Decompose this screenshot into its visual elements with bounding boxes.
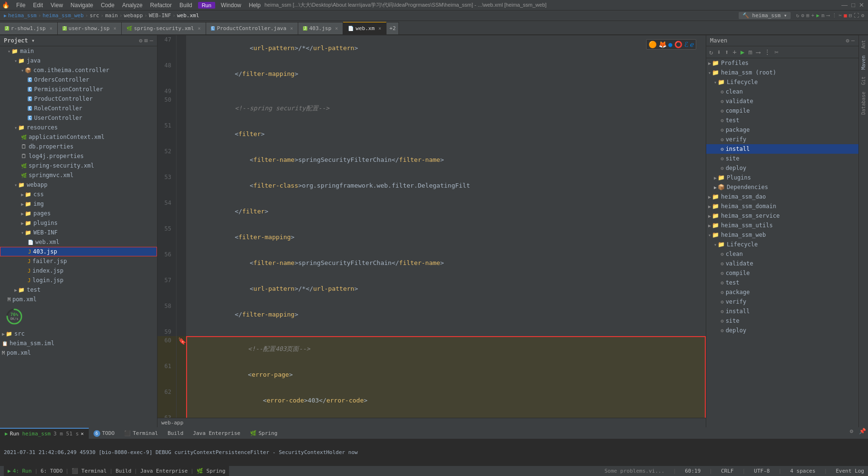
fullscreen-icon[interactable]: ⛶ xyxy=(854,12,859,19)
menu-build[interactable]: Build xyxy=(176,1,196,10)
breadcrumb-item-project[interactable]: ▶ xyxy=(4,13,7,18)
maven-heima-ssm-domain[interactable]: ▶📁heima_ssm_domain xyxy=(706,201,858,211)
maven-compile2[interactable]: ⚙compile xyxy=(706,268,858,278)
maven-verify2[interactable]: ⚙verify xyxy=(706,297,858,307)
sidebar-item-iml[interactable]: 📋heima_ssm.iml xyxy=(0,338,157,348)
tab-close-usershow[interactable]: × xyxy=(114,26,116,31)
tab-close-403[interactable]: × xyxy=(335,26,338,31)
minimize-button[interactable]: — xyxy=(839,1,849,9)
maven-dependencies[interactable]: ▶📦Dependencies xyxy=(706,182,858,192)
maven-heima-ssm-web[interactable]: ▾📁heima_ssm_web xyxy=(706,230,858,240)
sidebar-item-appcontext[interactable]: 🌿applicationContext.xml xyxy=(0,132,157,142)
sidebar-item-403[interactable]: J403.jsp xyxy=(0,247,157,256)
maven-test[interactable]: ⚙test xyxy=(706,116,858,125)
sidebar-item-css[interactable]: ▶📁css xyxy=(0,190,157,199)
maven-m-icon[interactable]: m xyxy=(747,47,753,57)
menu-edit[interactable]: Edit xyxy=(29,1,47,10)
bottom-tab-todo[interactable]: 6 TODO xyxy=(89,428,120,439)
maven-plugins[interactable]: ▶📁Plugins xyxy=(706,173,858,182)
tab-close-webxml[interactable]: × xyxy=(378,26,381,31)
sidebar-item-index[interactable]: Jindex.jsp xyxy=(0,266,157,275)
breadcrumb-main[interactable]: main xyxy=(105,12,118,19)
project-selector[interactable]: 🔨 heima_ssm ▾ xyxy=(739,12,791,19)
sidebar-item-product[interactable]: CProductController xyxy=(0,94,157,104)
maven-package2[interactable]: ⚙package xyxy=(706,287,858,297)
maven-verify[interactable]: ⚙verify xyxy=(706,135,858,144)
sidebar-item-controller-pkg[interactable]: ▾📦com.itheima.controller xyxy=(0,65,157,75)
status-indent[interactable]: 4 spaces xyxy=(790,468,816,474)
bottom-tab-terminal[interactable]: ⬛ Terminal xyxy=(119,428,163,439)
sidebar-settings-icon[interactable]: ⚙ xyxy=(139,37,142,44)
tab-usershow[interactable]: J user-show.jsp × xyxy=(58,22,122,34)
minimize2-icon[interactable]: ⊟ xyxy=(849,12,852,19)
maven-deploy[interactable]: ⚙deploy xyxy=(706,163,858,173)
step-icon[interactable]: ⟶ xyxy=(826,12,830,19)
sidebar-item-role[interactable]: CRoleController xyxy=(0,104,157,113)
sidebar-item-pages[interactable]: ▶📁pages xyxy=(0,209,157,218)
vtab-maven[interactable]: Maven xyxy=(860,53,867,73)
sidebar-gear-icon[interactable]: — xyxy=(150,37,153,44)
sidebar-item-test[interactable]: ▶📁test xyxy=(0,285,157,295)
bottom-pin-icon[interactable]: 📌 xyxy=(857,428,868,439)
maven-step-icon[interactable]: ⟶ xyxy=(755,47,761,57)
maven-lifecycle1[interactable]: ▾📁Lifecycle xyxy=(706,77,858,87)
tab-more[interactable]: +2 xyxy=(387,22,399,34)
maven-play-icon[interactable]: ▶ xyxy=(740,47,745,57)
sidebar-item-webinf[interactable]: ▾📁WEB-INF xyxy=(0,228,157,237)
tab-403[interactable]: J 403.jsp × xyxy=(298,22,343,34)
maven-close-icon[interactable]: — xyxy=(851,37,855,44)
maven-sync-icon[interactable]: ↻ xyxy=(708,47,714,57)
tab-webxml[interactable]: 📄 web.xm × xyxy=(343,22,387,34)
sidebar-item-plugins[interactable]: ▶📁plugins xyxy=(0,218,157,228)
maven-profiles[interactable]: ▶📁Profiles xyxy=(706,58,858,68)
maven-download-icon[interactable]: ⬇ xyxy=(716,47,722,57)
status-some-problems[interactable]: Some problems.vi... xyxy=(605,468,665,474)
menu-window[interactable]: Window xyxy=(217,1,245,10)
maven-clean2[interactable]: ⚙clean xyxy=(706,249,858,259)
status-encoding[interactable]: UTF-8 xyxy=(754,468,770,474)
sidebar-item-img[interactable]: ▶📁img xyxy=(0,199,157,209)
sidebar-item-pom[interactable]: Mpom.xml xyxy=(0,295,157,304)
menu-code[interactable]: Code xyxy=(97,1,118,10)
sidebar-expand-icon[interactable]: ⊞ xyxy=(145,37,148,44)
maven-heima-ssm-service[interactable]: ▶📁heima_ssm_service xyxy=(706,211,858,221)
editor-content[interactable]: 47 <url-pattern>/*</url-pattern> 48 </fi… xyxy=(157,35,706,418)
maven-install[interactable]: ⚙install xyxy=(706,144,858,154)
sidebar-item-pom2[interactable]: Mpom.xml xyxy=(0,348,157,358)
maven-site2[interactable]: ⚙site xyxy=(706,316,858,326)
tab-close-rshow1[interactable]: × xyxy=(50,26,52,31)
layout-icon[interactable]: ⋮ xyxy=(832,12,837,19)
breadcrumb-src[interactable]: src xyxy=(90,12,99,19)
bottom-tab-javaenterprise[interactable]: Java Enterprise xyxy=(188,428,245,439)
sidebar-item-webxml-tree[interactable]: 📄web.xml xyxy=(0,237,157,247)
expand-icon[interactable]: ⊞ xyxy=(806,12,809,19)
maven-settings-icon[interactable]: ⚙ xyxy=(846,37,849,44)
breadcrumb-web[interactable]: heima_ssm_web xyxy=(42,12,84,19)
bottom-tab-run[interactable]: ▶ Run heima_ssm 3 m 51 s × xyxy=(0,428,89,439)
bottom-tab-build[interactable]: Build xyxy=(163,428,188,439)
menu-view[interactable]: View xyxy=(47,1,67,10)
maven-compile[interactable]: ⚙compile xyxy=(706,106,858,116)
sidebar-item-db[interactable]: 🗒db.properties xyxy=(0,142,157,151)
menu-run[interactable]: Run xyxy=(198,2,215,9)
tab-close-productcontroller[interactable]: × xyxy=(290,26,293,31)
vtab-database[interactable]: Database xyxy=(860,89,867,117)
sidebar-item-src[interactable]: ▶📁src xyxy=(0,329,157,338)
maximize-button[interactable]: □ xyxy=(849,1,857,9)
maven-package[interactable]: ⚙package xyxy=(706,125,858,135)
maven-install2[interactable]: ⚙install xyxy=(706,307,858,316)
maven-deploy2[interactable]: ⚙deploy xyxy=(706,326,858,335)
maven-lifecycle2[interactable]: ▾📁Lifecycle xyxy=(706,240,858,249)
tab-close-springsecurity[interactable]: × xyxy=(198,26,201,31)
maven-site[interactable]: ⚙site xyxy=(706,154,858,163)
breadcrumb-webxml[interactable]: web.xml xyxy=(177,12,199,19)
maven-test2[interactable]: ⚙test xyxy=(706,278,858,287)
tab-productcontroller[interactable]: C ProductController.java × xyxy=(206,22,299,34)
maven-add-icon[interactable]: + xyxy=(732,47,737,57)
sidebar-item-springsec[interactable]: 🌿spring-security.xml xyxy=(0,161,157,170)
maven-layout-icon[interactable]: ⋮ xyxy=(763,47,772,57)
maven-heima-ssm-root[interactable]: ▾📁heima_ssm (root) xyxy=(706,68,858,77)
stop-icon[interactable]: ■ xyxy=(844,12,847,19)
tab-rshow1[interactable]: J r-show1.jsp × xyxy=(0,22,58,34)
maven-validate2[interactable]: ⚙validate xyxy=(706,259,858,268)
